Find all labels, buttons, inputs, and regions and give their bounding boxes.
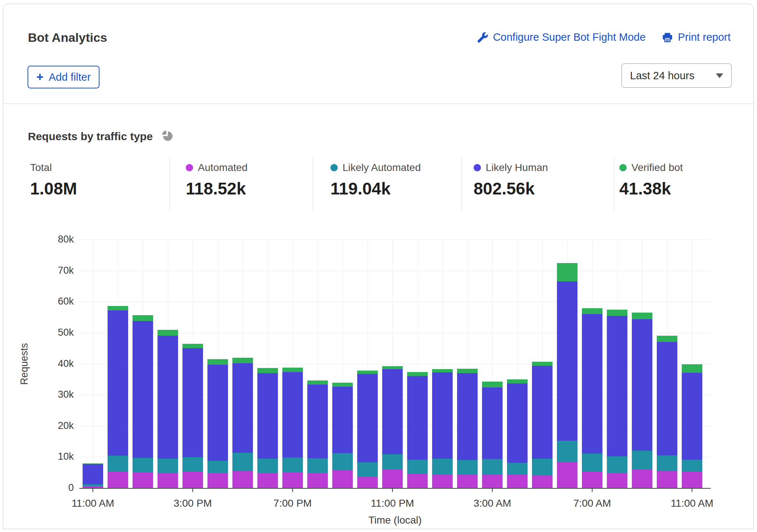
bar-segment-verified-bot[interactable] bbox=[207, 359, 228, 365]
bar-hour-17[interactable] bbox=[507, 379, 528, 488]
bar-segment-likely-human[interactable] bbox=[307, 385, 328, 458]
bar-segment-likely-automated[interactable] bbox=[682, 460, 702, 472]
bar-segment-likely-automated[interactable] bbox=[407, 460, 428, 474]
time-range-select[interactable]: Last 24 hours bbox=[622, 63, 732, 88]
bar-hour-1[interactable] bbox=[108, 306, 128, 488]
bar-segment-likely-automated[interactable] bbox=[582, 453, 602, 472]
stat-likely-automated[interactable]: Likely Automated119.04k bbox=[330, 162, 421, 198]
bar-segment-likely-automated[interactable] bbox=[557, 441, 577, 462]
bar-segment-verified-bot[interactable] bbox=[108, 306, 128, 310]
bar-segment-likely-human[interactable] bbox=[607, 316, 627, 456]
bar-hour-0[interactable] bbox=[83, 463, 103, 488]
bar-segment-likely-human[interactable] bbox=[632, 319, 652, 451]
bar-segment-verified-bot[interactable] bbox=[457, 369, 478, 373]
bar-hour-11[interactable] bbox=[357, 371, 378, 488]
bar-hour-23[interactable] bbox=[657, 336, 677, 488]
bar-segment-verified-bot[interactable] bbox=[657, 336, 677, 342]
bar-segment-likely-human[interactable] bbox=[232, 363, 253, 453]
bar-hour-16[interactable] bbox=[482, 382, 503, 488]
stat-total[interactable]: Total1.08M bbox=[30, 162, 77, 198]
bar-segment-likely-human[interactable] bbox=[507, 383, 528, 463]
bar-segment-verified-bot[interactable] bbox=[557, 263, 577, 281]
bar-segment-likely-automated[interactable] bbox=[607, 456, 627, 473]
bar-segment-automated[interactable] bbox=[307, 473, 328, 488]
bar-hour-8[interactable] bbox=[282, 368, 303, 488]
bar-segment-likely-human[interactable] bbox=[457, 373, 478, 460]
bar-segment-likely-automated[interactable] bbox=[332, 453, 353, 470]
bar-segment-likely-human[interactable] bbox=[532, 366, 553, 459]
bar-segment-automated[interactable] bbox=[632, 469, 652, 488]
bar-segment-automated[interactable] bbox=[182, 471, 203, 488]
bar-segment-automated[interactable] bbox=[382, 470, 403, 488]
bar-hour-4[interactable] bbox=[182, 344, 203, 488]
bar-hour-9[interactable] bbox=[307, 380, 328, 488]
bar-segment-automated[interactable] bbox=[607, 473, 627, 488]
bar-segment-automated[interactable] bbox=[332, 470, 353, 488]
bar-segment-likely-human[interactable] bbox=[357, 374, 378, 462]
bar-segment-automated[interactable] bbox=[532, 475, 553, 488]
bar-segment-likely-automated[interactable] bbox=[482, 459, 503, 474]
bar-segment-automated[interactable] bbox=[507, 474, 528, 488]
bar-segment-likely-automated[interactable] bbox=[357, 462, 378, 477]
bar-segment-verified-bot[interactable] bbox=[157, 330, 178, 335]
bar-segment-automated[interactable] bbox=[207, 473, 228, 488]
bar-segment-likely-automated[interactable] bbox=[532, 459, 553, 475]
bar-segment-likely-human[interactable] bbox=[332, 387, 353, 453]
bar-segment-likely-automated[interactable] bbox=[207, 461, 228, 474]
bar-segment-likely-human[interactable] bbox=[108, 310, 128, 456]
bar-hour-3[interactable] bbox=[157, 330, 178, 488]
bar-segment-likely-human[interactable] bbox=[657, 342, 677, 455]
bar-segment-likely-human[interactable] bbox=[682, 373, 702, 460]
bar-segment-likely-human[interactable] bbox=[582, 314, 602, 453]
bar-segment-likely-human[interactable] bbox=[432, 372, 453, 459]
add-filter-button[interactable]: + Add filter bbox=[28, 66, 99, 88]
bar-segment-verified-bot[interactable] bbox=[382, 366, 403, 369]
bar-hour-21[interactable] bbox=[607, 310, 627, 488]
bar-hour-20[interactable] bbox=[582, 308, 602, 488]
bar-hour-10[interactable] bbox=[332, 383, 353, 488]
bar-segment-likely-automated[interactable] bbox=[232, 453, 253, 471]
bar-segment-likely-human[interactable] bbox=[407, 376, 428, 460]
bar-segment-verified-bot[interactable] bbox=[632, 313, 652, 319]
bar-hour-24[interactable] bbox=[682, 364, 702, 488]
bar-segment-verified-bot[interactable] bbox=[682, 364, 702, 373]
bar-segment-likely-automated[interactable] bbox=[382, 454, 403, 470]
bar-segment-likely-human[interactable] bbox=[157, 336, 178, 459]
bar-segment-likely-human[interactable] bbox=[83, 464, 103, 484]
stat-automated[interactable]: Automated118.52k bbox=[186, 162, 247, 198]
bar-segment-likely-automated[interactable] bbox=[157, 459, 178, 473]
bar-hour-14[interactable] bbox=[432, 369, 453, 488]
bar-segment-automated[interactable] bbox=[482, 475, 503, 488]
bar-segment-verified-bot[interactable] bbox=[232, 358, 253, 363]
bar-segment-likely-automated[interactable] bbox=[257, 459, 278, 473]
bar-segment-likely-human[interactable] bbox=[282, 372, 303, 458]
bar-hour-18[interactable] bbox=[532, 362, 553, 488]
bar-hour-15[interactable] bbox=[457, 369, 478, 488]
bar-segment-verified-bot[interactable] bbox=[407, 372, 428, 376]
bar-segment-verified-bot[interactable] bbox=[532, 362, 553, 366]
bar-segment-verified-bot[interactable] bbox=[432, 369, 453, 372]
bar-segment-likely-automated[interactable] bbox=[632, 451, 652, 469]
bar-segment-automated[interactable] bbox=[682, 472, 702, 488]
bar-segment-automated[interactable] bbox=[133, 473, 153, 488]
bar-hour-22[interactable] bbox=[632, 313, 652, 488]
bar-segment-likely-human[interactable] bbox=[133, 321, 153, 458]
bar-segment-likely-automated[interactable] bbox=[307, 458, 328, 473]
bar-segment-likely-automated[interactable] bbox=[133, 458, 153, 473]
bar-hour-5[interactable] bbox=[207, 359, 228, 488]
bar-segment-automated[interactable] bbox=[157, 473, 178, 488]
bar-segment-verified-bot[interactable] bbox=[307, 380, 328, 385]
bar-segment-verified-bot[interactable] bbox=[507, 379, 528, 383]
bar-segment-verified-bot[interactable] bbox=[357, 371, 378, 374]
bar-segment-automated[interactable] bbox=[457, 474, 478, 488]
stat-verified-bot[interactable]: Verified bot41.38k bbox=[619, 162, 683, 198]
bar-segment-likely-automated[interactable] bbox=[108, 456, 128, 471]
bar-segment-automated[interactable] bbox=[357, 477, 378, 488]
bar-segment-verified-bot[interactable] bbox=[332, 383, 353, 387]
bar-hour-2[interactable] bbox=[133, 315, 153, 488]
bar-segment-automated[interactable] bbox=[257, 473, 278, 488]
bar-segment-likely-human[interactable] bbox=[182, 348, 203, 457]
bar-segment-likely-automated[interactable] bbox=[282, 458, 303, 472]
bar-segment-likely-human[interactable] bbox=[557, 281, 577, 441]
bar-segment-automated[interactable] bbox=[108, 471, 128, 488]
